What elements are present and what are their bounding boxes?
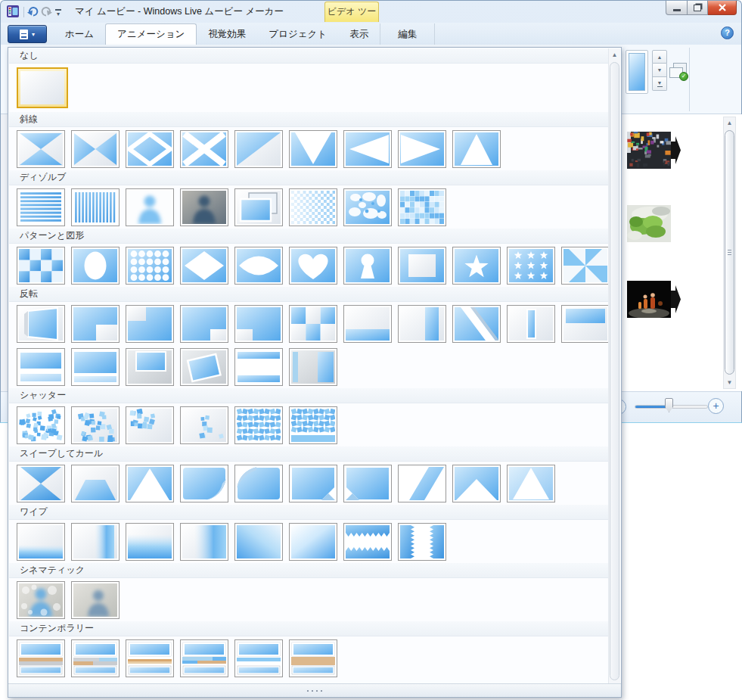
transition-heart[interactable] <box>289 247 337 285</box>
transition-shatter-top-left[interactable] <box>126 406 174 444</box>
transition-gallery-preview[interactable] <box>626 50 648 94</box>
transition-diamond-frame[interactable] <box>126 130 174 168</box>
customize-quick-access-dropdown-icon[interactable]: ▾ <box>55 9 61 17</box>
help-button[interactable]: ? <box>721 26 734 39</box>
redo-icon[interactable] <box>41 5 53 20</box>
storyboard-clip-vegetables[interactable] <box>627 205 671 242</box>
transition-triangle-left[interactable] <box>343 130 392 168</box>
transition-bar-right[interactable] <box>398 305 446 343</box>
transition-shatter-sparse[interactable] <box>180 406 228 444</box>
zoom-slider-thumb[interactable] <box>665 398 673 412</box>
transition-curl-top-left[interactable] <box>234 465 283 502</box>
scrollbar-thumb[interactable] <box>725 130 734 375</box>
transition-rotated-rect[interactable] <box>180 348 228 386</box>
transition-contemporary-4[interactable] <box>180 639 228 677</box>
transition-contemporary-2[interactable] <box>71 639 120 677</box>
transition-bowtie-horizontal[interactable] <box>71 130 120 168</box>
transition-ellipse[interactable] <box>71 247 120 285</box>
transition-diagonal-split[interactable] <box>234 130 283 168</box>
transition-split-vertical-bars[interactable] <box>289 348 337 386</box>
transition-star[interactable] <box>452 247 501 285</box>
transition-hourglass-vertical[interactable] <box>17 130 65 168</box>
transition-split-big-top[interactable] <box>71 348 120 386</box>
transition-blinds-vertical[interactable] <box>71 188 120 226</box>
transition-circles-grid[interactable] <box>126 247 174 285</box>
storyboard-scrollbar[interactable]: ▲ ▼ <box>723 117 736 389</box>
storyboard-clip-city-street[interactable] <box>627 132 671 169</box>
transition-sweep-diagonal-band[interactable] <box>398 465 446 502</box>
transition-contemporary-5[interactable] <box>234 639 283 677</box>
transition-v-down[interactable] <box>289 130 337 168</box>
transition-shatter-grid-bar[interactable] <box>289 406 337 444</box>
transition-arrow-icon[interactable] <box>671 136 681 164</box>
transition-contemporary-1[interactable] <box>17 639 65 677</box>
gallery-scroll-down-button[interactable]: ▼ <box>652 64 667 77</box>
transition-mosaic-squares[interactable] <box>398 188 446 226</box>
transition-keyhole[interactable] <box>343 247 392 285</box>
zoom-in-button[interactable]: + <box>708 398 724 414</box>
transition-sweep-hourglass[interactable] <box>17 465 65 502</box>
transition-arrow-icon[interactable] <box>671 285 681 313</box>
transition-checkerboard[interactable] <box>17 247 65 285</box>
transition-wipe-bottom-half[interactable] <box>126 523 174 561</box>
transition-stars-grid[interactable] <box>507 247 555 285</box>
transition-notch-bottom-right-small[interactable] <box>180 305 228 343</box>
transition-contemporary-6[interactable] <box>289 639 337 677</box>
transition-person-fade-light[interactable] <box>126 188 174 226</box>
transition-contemporary-3[interactable] <box>126 639 174 677</box>
transition-split-horizontal-bars[interactable] <box>17 348 65 386</box>
transition-edge-bars-horizontal[interactable] <box>234 348 283 386</box>
storyboard-clip-stage-performance[interactable] <box>627 281 671 318</box>
transition-diamond[interactable] <box>180 247 228 285</box>
scroll-down-icon[interactable]: ▼ <box>724 377 735 388</box>
transition-half-top-inset[interactable] <box>561 305 608 343</box>
gallery-scrollbar[interactable]: ▲ <box>608 48 620 683</box>
transition-wipe-diagonal[interactable] <box>289 523 337 561</box>
transition-notch-bottom-left-small[interactable] <box>234 305 283 343</box>
transition-cinematic-blur[interactable] <box>71 581 120 619</box>
tab-home[interactable]: ホーム <box>54 23 105 45</box>
transition-bar-center-vertical[interactable] <box>507 305 555 343</box>
transition-curl-corner-large[interactable] <box>180 465 228 502</box>
transition-triangle-up[interactable] <box>452 130 501 168</box>
tab-visual-effects[interactable]: 視覚効果 <box>197 23 257 45</box>
transition-checker-plus[interactable] <box>289 305 337 343</box>
transition-flip-3d[interactable] <box>17 305 65 343</box>
transition-sweep-v-bottom[interactable] <box>452 465 501 502</box>
transition-shatter-center[interactable] <box>71 406 120 444</box>
transition-pinwheel[interactable] <box>561 247 608 285</box>
tab-edit[interactable]: 編集 <box>380 23 435 45</box>
transition-sweep-trapezoid[interactable] <box>71 465 120 502</box>
transition-sweep-triangle-light[interactable] <box>507 465 555 502</box>
transition-zigzag-horizontal[interactable] <box>343 523 392 561</box>
transition-checker-dissolve[interactable] <box>289 188 337 226</box>
transition-cinematic-bokeh[interactable] <box>17 581 65 619</box>
transition-curl-bottom-right[interactable] <box>289 465 337 502</box>
transition-inset-top[interactable] <box>126 348 174 386</box>
file-menu-button[interactable]: ▾ <box>8 25 47 43</box>
transition-curl-bottom-left[interactable] <box>343 465 392 502</box>
transition-person-fade-dark[interactable] <box>180 188 228 226</box>
undo-icon[interactable] <box>26 5 39 20</box>
transition-shatter-full[interactable] <box>17 406 65 444</box>
close-button[interactable] <box>708 1 737 15</box>
transition-cross-x[interactable] <box>180 130 228 168</box>
transition-triangle-right[interactable] <box>398 130 446 168</box>
transition-none[interactable] <box>17 67 68 108</box>
transition-zigzag-vertical[interactable] <box>398 523 446 561</box>
transition-wipe-bottom-left[interactable] <box>234 523 283 561</box>
transition-bar-bottom[interactable] <box>343 305 392 343</box>
transition-wipe-right-half[interactable] <box>180 523 228 561</box>
transition-rectangle-inset[interactable] <box>398 247 446 285</box>
tab-project[interactable]: プロジェクト <box>257 23 338 45</box>
tab-view[interactable]: 表示 <box>338 23 380 45</box>
scroll-up-icon[interactable]: ▲ <box>609 49 620 61</box>
gallery-scroll-up-button[interactable]: ▲ <box>652 50 667 64</box>
restore-button[interactable] <box>688 1 708 15</box>
gallery-expand-button[interactable]: ▼ <box>652 77 667 91</box>
transition-fold-diagonal[interactable] <box>452 305 501 343</box>
scroll-up-icon[interactable]: ▲ <box>724 117 735 129</box>
minimize-button[interactable] <box>666 1 688 15</box>
transition-eye[interactable] <box>234 247 283 285</box>
transition-shatter-blobs[interactable] <box>343 188 392 226</box>
